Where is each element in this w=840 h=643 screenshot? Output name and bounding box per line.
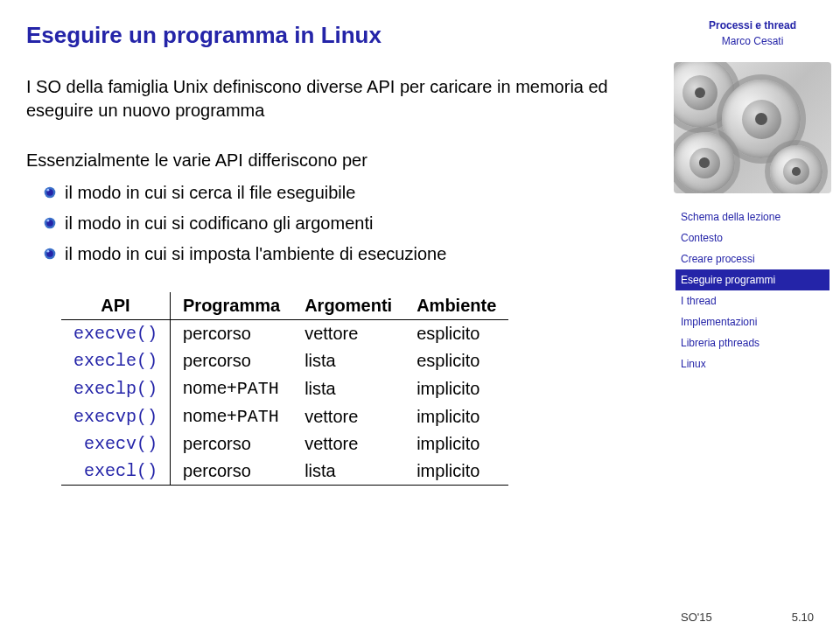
bullet-icon bbox=[44, 217, 56, 229]
cell-ambiente: esplicito bbox=[404, 347, 508, 374]
cell-api: execl() bbox=[61, 458, 171, 486]
th-argomenti: Argomenti bbox=[292, 292, 404, 320]
cell-programma: nome+PATH bbox=[171, 374, 293, 402]
bullet-text: il modo in cui si cerca il file eseguibi… bbox=[65, 181, 355, 205]
bullet-text: il modo in cui si codificano gli argomen… bbox=[65, 212, 373, 235]
cell-argomenti: vettore bbox=[292, 430, 404, 458]
bullet-item: il modo in cui si codificano gli argomen… bbox=[44, 212, 648, 235]
paragraph-2: Essenzialmente le varie API differiscono… bbox=[26, 149, 648, 172]
cell-api: execvp() bbox=[61, 402, 171, 430]
sidebar-header: Processi e thread Marco Cesati bbox=[665, 17, 840, 49]
sidebar-nav-item[interactable]: Implementazioni bbox=[681, 311, 840, 332]
table-header-row: API Programma Argomenti Ambiente bbox=[61, 292, 508, 320]
footer-course: SO'15 bbox=[681, 611, 712, 624]
cell-ambiente: implicito bbox=[404, 458, 508, 486]
sidebar: Processi e thread Marco Cesati Schema de… bbox=[665, 0, 840, 643]
table-row: execle()percorsolistaesplicito bbox=[61, 347, 508, 374]
slide-title: Eseguire un programma in Linux bbox=[26, 22, 648, 49]
sidebar-nav-item[interactable]: Libreria pthreads bbox=[681, 332, 840, 353]
cell-api: execve() bbox=[61, 320, 171, 348]
body-text: I SO della famiglia Unix definiscono div… bbox=[26, 75, 648, 486]
sidebar-nav-item[interactable]: Linux bbox=[681, 353, 840, 374]
table-row: execl()percorsolistaimplicito bbox=[61, 458, 508, 486]
sidebar-nav-item[interactable]: Schema della lezione bbox=[681, 206, 840, 227]
bullet-icon bbox=[44, 248, 56, 260]
cell-programma: percorso bbox=[171, 347, 293, 374]
cell-argomenti: vettore bbox=[292, 402, 404, 430]
cell-argomenti: vettore bbox=[292, 320, 404, 348]
paragraph-1: I SO della famiglia Unix definiscono div… bbox=[26, 75, 648, 122]
cell-programma: percorso bbox=[171, 430, 293, 458]
gear-icon bbox=[770, 145, 822, 193]
cell-api: execle() bbox=[61, 347, 171, 374]
bullet-item: il modo in cui si cerca il file eseguibi… bbox=[44, 181, 648, 205]
sidebar-nav-item[interactable]: I thread bbox=[681, 290, 840, 311]
cell-programma: nome+PATH bbox=[171, 402, 293, 430]
api-table: API Programma Argomenti Ambiente execve(… bbox=[61, 292, 648, 486]
sidebar-title: Processi e thread bbox=[665, 17, 840, 33]
table-row: execlp()nome+PATHlistaimplicito bbox=[61, 374, 508, 402]
sidebar-nav-item[interactable]: Contesto bbox=[681, 227, 840, 248]
bullet-list: il modo in cui si cerca il file eseguibi… bbox=[44, 181, 648, 266]
cell-ambiente: implicito bbox=[404, 374, 508, 402]
bullet-text: il modo in cui si imposta l'ambiente di … bbox=[65, 242, 446, 266]
gear-icon bbox=[674, 132, 735, 193]
bullet-item: il modo in cui si imposta l'ambiente di … bbox=[44, 242, 648, 266]
cell-api: execv() bbox=[61, 430, 171, 458]
cell-argomenti: lista bbox=[292, 458, 404, 486]
cell-programma: percorso bbox=[171, 458, 293, 486]
svg-point-2 bbox=[47, 189, 50, 192]
main-content: Eseguire un programma in Linux I SO dell… bbox=[0, 0, 665, 643]
cell-argomenti: lista bbox=[292, 347, 404, 374]
th-programma: Programma bbox=[171, 292, 293, 320]
cell-ambiente: esplicito bbox=[404, 320, 508, 348]
th-api: API bbox=[61, 292, 171, 320]
cell-ambiente: implicito bbox=[404, 430, 508, 458]
sidebar-nav-item[interactable]: Eseguire programmi bbox=[676, 269, 830, 290]
cell-api: execlp() bbox=[61, 374, 171, 402]
table-row: execv()percorsovettoreimplicito bbox=[61, 430, 508, 458]
sidebar-nav: Schema della lezioneContestoCreare proce… bbox=[665, 206, 840, 374]
th-ambiente: Ambiente bbox=[404, 292, 508, 320]
cell-ambiente: implicito bbox=[404, 402, 508, 430]
sidebar-nav-item[interactable]: Creare processi bbox=[681, 248, 840, 269]
cell-argomenti: lista bbox=[292, 374, 404, 402]
table-row: execvp()nome+PATHvettoreimplicito bbox=[61, 402, 508, 430]
svg-point-5 bbox=[47, 220, 50, 222]
table-row: execve()percorsovettoreesplicito bbox=[61, 320, 508, 348]
bullet-icon bbox=[44, 186, 56, 199]
footer-page: 5.10 bbox=[792, 611, 814, 624]
cell-programma: percorso bbox=[171, 320, 293, 348]
sidebar-author: Marco Cesati bbox=[665, 33, 840, 49]
gears-image bbox=[674, 62, 831, 193]
slide: Eseguire un programma in Linux I SO dell… bbox=[0, 0, 840, 643]
svg-point-8 bbox=[47, 250, 50, 253]
